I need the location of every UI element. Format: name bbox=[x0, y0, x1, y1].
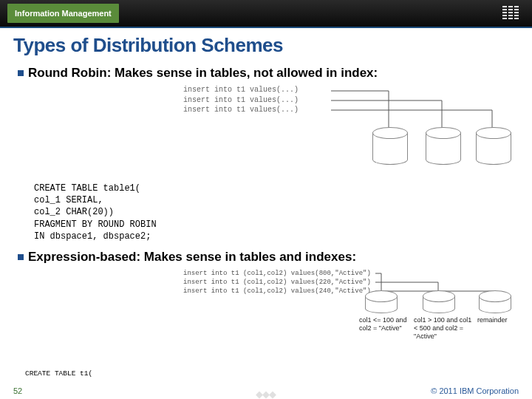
bullet-square-icon bbox=[18, 254, 24, 260]
diagram-expression: insert into t1 (col1,col2) values(800,"A… bbox=[13, 269, 519, 339]
page-number: 52 bbox=[13, 386, 22, 395]
insert-statements-2: insert into t1 (col1,col2) values(800,"A… bbox=[183, 269, 371, 296]
insert-statements-1: insert into t1 values(...) insert into t… bbox=[183, 85, 299, 115]
cylinder-label-3: remainder bbox=[477, 316, 519, 324]
footer-decor-icon bbox=[257, 392, 276, 398]
dbspace-cylinder-icon bbox=[423, 296, 455, 313]
code-round-robin: CREATE TABLE table1( col_1 SERIAL, col_2… bbox=[34, 183, 519, 242]
dbspace-cylinder-icon bbox=[372, 132, 408, 165]
cylinder-label-2: col1 > 100 and col1 < 500 and col2 = "Ac… bbox=[414, 316, 474, 340]
code-line: CREATE TABLE t1( bbox=[25, 367, 519, 381]
bullet-text: Expression-based: Makes sense in tables … bbox=[28, 250, 356, 265]
bullet-square-icon bbox=[18, 70, 24, 76]
dbspace-cylinder-icon bbox=[365, 296, 398, 313]
header-bar: Information Management bbox=[0, 0, 532, 28]
dbspace-cylinder-icon bbox=[479, 296, 511, 313]
cylinder-label-1: col1 <= 100 and col2 = "Active" bbox=[359, 316, 411, 332]
copyright: © 2011 IBM Corporation bbox=[431, 386, 519, 395]
slide-body: Types of Distribution Schemes Round Robi… bbox=[0, 28, 532, 389]
ibm-logo bbox=[502, 6, 519, 19]
diagram-round-robin: insert into t1 values(...) insert into t… bbox=[13, 85, 519, 181]
bullet-expression: Expression-based: Makes sense in tables … bbox=[18, 250, 519, 265]
dbspace-cylinder-icon bbox=[476, 132, 511, 165]
bullet-round-robin: Round Robin: Makes sense in tables, not … bbox=[18, 66, 519, 81]
page-title: Types of Distribution Schemes bbox=[13, 34, 519, 57]
brand-label: Information Management bbox=[7, 4, 119, 23]
dbspace-cylinder-icon bbox=[426, 132, 461, 165]
bullet-text: Round Robin: Makes sense in tables, not … bbox=[28, 66, 378, 81]
